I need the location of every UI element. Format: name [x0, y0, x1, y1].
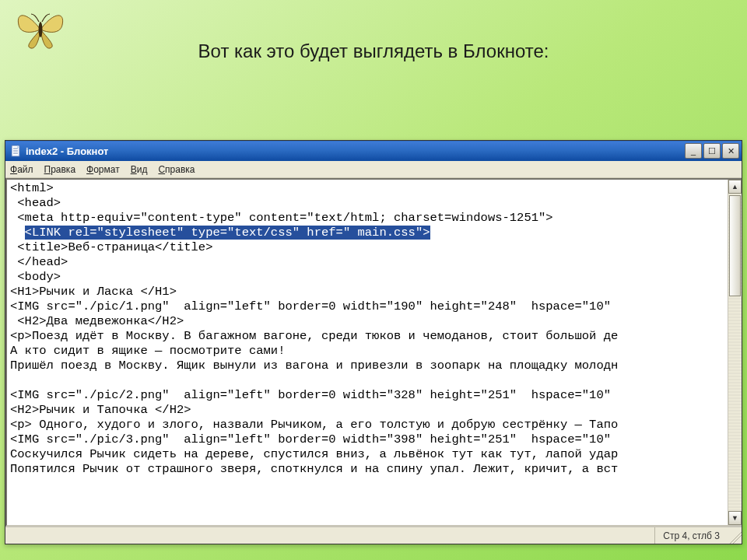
menu-format-label: Формат — [86, 164, 120, 175]
maximize-icon: ☐ — [708, 146, 716, 156]
menu-file-label: Файл — [10, 164, 33, 175]
status-cursor-position: Стр 4, стлб 3 — [654, 527, 728, 544]
menu-edit[interactable]: Правка — [44, 164, 76, 175]
statusbar: Стр 4, стлб 3 — [5, 527, 742, 544]
scroll-up-button[interactable]: ▲ — [728, 180, 742, 194]
minimize-icon: _ — [691, 146, 696, 156]
scroll-thumb[interactable] — [729, 195, 741, 296]
vertical-scrollbar[interactable]: ▲ ▼ — [728, 180, 742, 525]
minimize-button[interactable]: _ — [685, 143, 702, 159]
menu-help-label: Справка — [158, 164, 195, 175]
window-title: index2 - Блокнот — [26, 145, 108, 157]
menu-edit-label: Правка — [44, 164, 76, 175]
slide-heading: Вот как это будет выглядеть в Блокноте: — [0, 40, 747, 62]
editor-client-area: <html> <head> <meta http-equiv="content-… — [5, 178, 742, 527]
close-button[interactable]: ✕ — [722, 143, 739, 159]
menu-view-label: Вид — [131, 164, 148, 175]
titlebar[interactable]: index2 - Блокнот _ ☐ ✕ — [5, 141, 742, 161]
svg-point-0 — [39, 22, 43, 37]
maximize-button[interactable]: ☐ — [703, 143, 721, 159]
menu-file[interactable]: Файл — [10, 164, 33, 175]
resize-grip[interactable] — [728, 527, 742, 544]
menubar: Файл Правка Формат Вид Справка — [5, 161, 742, 178]
arrow-down-icon: ▼ — [731, 514, 738, 522]
menu-format[interactable]: Формат — [86, 164, 120, 175]
scroll-down-button[interactable]: ▼ — [728, 511, 742, 525]
scroll-track[interactable] — [728, 194, 742, 511]
menu-help[interactable]: Справка — [158, 164, 195, 175]
window-controls: _ ☐ ✕ — [685, 143, 739, 159]
menu-view[interactable]: Вид — [131, 164, 148, 175]
notepad-window: index2 - Блокнот _ ☐ ✕ Файл Правка Форма… — [5, 140, 742, 544]
editor-textarea[interactable]: <html> <head> <meta http-equiv="content-… — [7, 180, 728, 525]
close-icon: ✕ — [728, 146, 735, 156]
notepad-document-icon — [10, 145, 23, 157]
arrow-up-icon: ▲ — [731, 183, 738, 191]
